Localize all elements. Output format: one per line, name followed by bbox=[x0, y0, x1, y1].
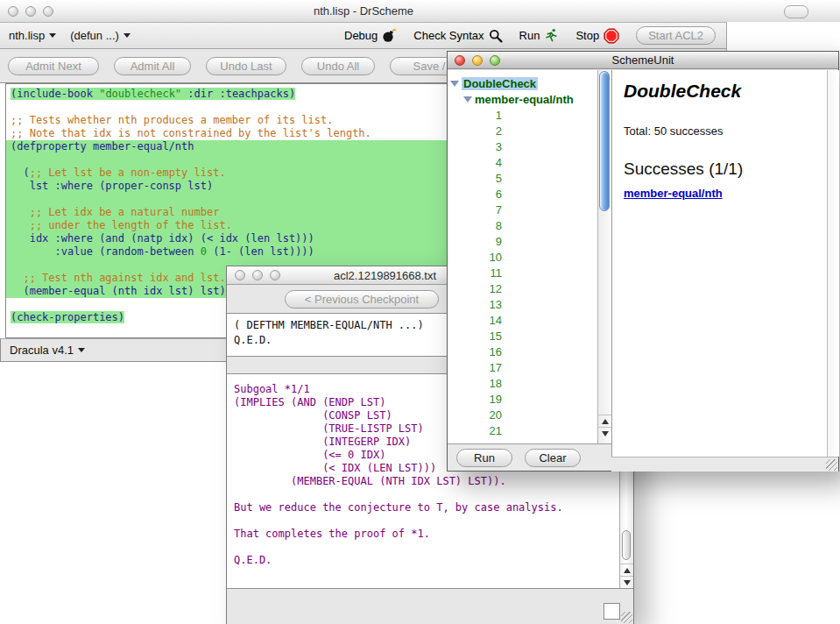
tree-scrollbar[interactable] bbox=[597, 70, 611, 443]
undo-last-button[interactable]: Undo Last bbox=[206, 57, 286, 75]
tree-case-item[interactable]: 8 bbox=[448, 217, 597, 233]
previous-checkpoint-button[interactable]: < Previous Checkpoint bbox=[285, 290, 439, 308]
results-total: Total: 50 successes bbox=[624, 124, 723, 138]
chevron-down-icon bbox=[78, 348, 85, 352]
tree-case-item[interactable]: 21 bbox=[448, 422, 597, 438]
zoom-button[interactable] bbox=[490, 55, 500, 66]
tree-case-item[interactable]: 12 bbox=[448, 280, 597, 296]
minimize-button[interactable] bbox=[472, 55, 483, 66]
zoom-button[interactable] bbox=[270, 270, 280, 280]
proof-line: Q.E.D. bbox=[234, 554, 633, 567]
tree-item-member-equal-nth[interactable]: member-equal/nth bbox=[448, 91, 597, 107]
proof-line bbox=[234, 488, 633, 501]
schemeunit-bottom-bar bbox=[611, 457, 838, 472]
window-controls bbox=[8, 6, 60, 17]
check-syntax-button[interactable]: Check Syntax bbox=[413, 29, 502, 43]
chevron-down-icon bbox=[49, 33, 56, 38]
tree-case-item[interactable]: 2 bbox=[448, 123, 597, 138]
run-tests-button[interactable]: Run bbox=[456, 449, 512, 467]
minimize-button[interactable] bbox=[25, 6, 36, 17]
window-title: acl2.1219891668.txt bbox=[334, 269, 436, 282]
scrollbar-arrows bbox=[598, 415, 611, 439]
schemeunit-titlebar[interactable]: SchemeUnit bbox=[448, 52, 838, 69]
minimize-button[interactable] bbox=[252, 270, 263, 280]
scroll-up-button[interactable] bbox=[598, 415, 611, 427]
arrow-up-icon bbox=[624, 568, 631, 573]
tree-item-label: DoubleCheck bbox=[462, 77, 538, 90]
tree-item-doublecheck[interactable]: DoubleCheck bbox=[448, 75, 597, 91]
tree-case-item[interactable]: 5 bbox=[448, 170, 597, 186]
tree-case-item[interactable]: 16 bbox=[448, 344, 597, 359]
resize-grip-icon[interactable] bbox=[826, 459, 837, 471]
scroll-down-button[interactable] bbox=[620, 576, 633, 588]
tree-cases: 123456789101112131415161718192021 bbox=[448, 107, 597, 438]
tree-case-item[interactable]: 3 bbox=[448, 138, 597, 154]
close-button[interactable] bbox=[235, 270, 245, 280]
tree-case-item[interactable]: 7 bbox=[448, 202, 597, 217]
tree-case-item[interactable]: 14 bbox=[448, 312, 597, 328]
tree-item-label: member-equal/nth bbox=[475, 93, 574, 106]
admit-next-button[interactable]: Admit Next bbox=[8, 57, 99, 75]
runner-icon bbox=[544, 28, 559, 43]
test-tree-panel[interactable]: DoubleCheck member-equal/nth 12345678910… bbox=[448, 70, 597, 443]
admit-all-button[interactable]: Admit All bbox=[114, 57, 191, 75]
window-controls bbox=[455, 55, 507, 66]
drscheme-titlebar[interactable]: nth.lisp - DrScheme bbox=[0, 0, 840, 22]
start-acl2-button[interactable]: Start ACL2 bbox=[636, 26, 716, 45]
bomb-icon bbox=[382, 28, 397, 43]
lock-scroll-checkbox[interactable] bbox=[604, 603, 620, 620]
arrow-down-icon bbox=[602, 431, 609, 436]
tree-case-item[interactable]: 18 bbox=[448, 375, 597, 391]
scroll-up-button[interactable] bbox=[620, 564, 633, 576]
results-heading: DoubleCheck bbox=[624, 81, 741, 102]
toolbar-toggle-button[interactable] bbox=[784, 5, 808, 18]
tree-case-item[interactable]: 19 bbox=[448, 391, 597, 407]
proof-line: (MEMBER-EQUAL (NTH IDX LST) LST)). bbox=[234, 475, 633, 488]
results-scrollbar[interactable] bbox=[827, 70, 839, 457]
proof-line bbox=[234, 541, 633, 554]
member-equal-nth-link[interactable]: member-equal/nth bbox=[624, 187, 723, 200]
window-title: nth.lisp - DrScheme bbox=[314, 4, 413, 18]
debug-button[interactable]: Debug bbox=[344, 28, 397, 43]
tree-case-item[interactable]: 9 bbox=[448, 233, 597, 249]
undo-all-button[interactable]: Undo All bbox=[301, 57, 375, 75]
arrow-up-icon bbox=[602, 419, 609, 424]
scrollbar-arrows bbox=[620, 564, 633, 588]
scrollbar-thumb[interactable] bbox=[622, 530, 631, 560]
proof-line: But we reduce the conjecture to T, by ca… bbox=[234, 501, 633, 514]
defun-dropdown[interactable]: (defun ...) bbox=[70, 29, 131, 42]
tree-case-item[interactable]: 17 bbox=[448, 359, 597, 375]
stop-button[interactable]: Stop bbox=[575, 28, 619, 44]
drscheme-toolbar: nth.lisp (defun ...) Debug Check Syntax … bbox=[0, 22, 727, 49]
resize-grip-icon[interactable] bbox=[621, 612, 632, 623]
file-dropdown[interactable]: nth.lisp bbox=[9, 29, 56, 42]
clear-button[interactable]: Clear bbox=[525, 449, 581, 467]
tree-case-item[interactable]: 15 bbox=[448, 328, 597, 344]
schemeunit-button-bar: Run Clear bbox=[448, 443, 611, 471]
tree-case-item[interactable]: 4 bbox=[448, 154, 597, 170]
tree-case-item[interactable]: 1 bbox=[448, 107, 597, 123]
window-title: SchemeUnit bbox=[612, 53, 674, 67]
tree-case-item[interactable]: 13 bbox=[448, 296, 597, 312]
proof-line: That completes the proof of *1. bbox=[234, 528, 633, 541]
results-panel: DoubleCheck Total: 50 successes Successe… bbox=[611, 70, 827, 457]
chevron-down-icon bbox=[124, 33, 131, 38]
proof-line bbox=[234, 514, 633, 528]
acl2-bottom-bar bbox=[227, 589, 633, 624]
search-icon bbox=[489, 29, 503, 43]
scroll-down-button[interactable] bbox=[598, 427, 611, 439]
tree-case-item[interactable]: 6 bbox=[448, 186, 597, 202]
close-button[interactable] bbox=[8, 6, 18, 17]
dracula-version-dropdown[interactable]: Dracula v4.1 bbox=[10, 344, 85, 357]
scrollbar-thumb[interactable] bbox=[599, 71, 610, 211]
zoom-button[interactable] bbox=[43, 6, 53, 17]
window-controls bbox=[235, 270, 287, 280]
run-button[interactable]: Run bbox=[519, 28, 560, 43]
close-button[interactable] bbox=[455, 55, 465, 66]
schemeunit-window: SchemeUnit DoubleCheck member-equal/nth … bbox=[447, 51, 839, 472]
tree-case-item[interactable]: 11 bbox=[448, 265, 597, 280]
disclosure-triangle-icon[interactable] bbox=[450, 81, 459, 87]
disclosure-triangle-icon[interactable] bbox=[463, 96, 472, 103]
tree-case-item[interactable]: 20 bbox=[448, 407, 597, 422]
tree-case-item[interactable]: 10 bbox=[448, 249, 597, 265]
